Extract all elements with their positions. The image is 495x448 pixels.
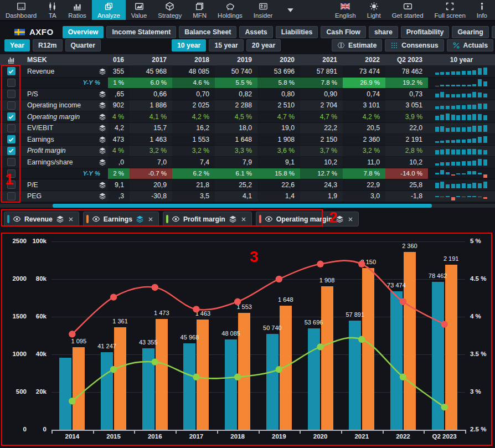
spark-bar xyxy=(478,68,482,75)
tab-balance-sheet[interactable]: Balance Sheet xyxy=(179,26,236,38)
nav-item-label: Dashboard xyxy=(6,12,37,19)
control-actuals-button[interactable]: Actuals xyxy=(447,39,493,52)
earnings-bar-label: 1 553 xyxy=(225,303,264,310)
eye-icon[interactable] xyxy=(265,215,273,223)
revenue-bar-label: 78 462 xyxy=(419,272,457,279)
left-axis2-tick: 0 xyxy=(24,426,47,432)
row-checkbox[interactable] xyxy=(7,67,16,75)
eye-icon[interactable] xyxy=(13,215,21,223)
sparkline-cell xyxy=(428,179,495,190)
cell-value: 2 191 xyxy=(406,136,423,143)
value-cell: 0,74 xyxy=(343,89,385,100)
chip-close-icon[interactable] xyxy=(240,216,247,223)
right-axis-tick: 3 % xyxy=(470,388,495,395)
nav-item-analyze[interactable]: Analyze xyxy=(92,0,126,20)
nav-item-strategy[interactable]: Strategy xyxy=(152,0,187,20)
eye-icon[interactable] xyxy=(92,215,100,223)
row-checkbox[interactable] xyxy=(7,158,16,166)
row-checkbox[interactable] xyxy=(7,124,16,132)
spark-bar xyxy=(462,197,466,197)
nav-item-dashboard[interactable]: Dashboard xyxy=(0,0,42,20)
chip-close-icon[interactable] xyxy=(347,216,354,223)
tab-share[interactable]: share xyxy=(369,26,398,38)
nav-item-mfn[interactable]: MFN xyxy=(187,0,212,20)
value-cell: 20,9 xyxy=(130,179,172,190)
quarter-button[interactable]: Quarter xyxy=(65,39,101,52)
value-cell: 2 % xyxy=(108,168,130,179)
spark-bar xyxy=(456,162,460,166)
cell-value: 1 648 xyxy=(235,136,252,143)
eye-icon[interactable] xyxy=(172,215,180,223)
tab-valuation-pe[interactable]: Valuation - PE xyxy=(492,26,495,38)
nav-item-language[interactable]: English xyxy=(329,0,362,20)
r12m-button[interactable]: R12m xyxy=(33,39,63,52)
yoy-value: 6.0 % xyxy=(151,79,167,86)
cell-value: 20,5 xyxy=(367,124,380,132)
row-checkbox[interactable] xyxy=(7,147,16,155)
top-navbar: DashboardTARatiosAnalyzeValueStrategyMFN… xyxy=(0,0,495,21)
spark-bar xyxy=(472,126,476,132)
yoy-value: 4.6 % xyxy=(193,79,209,86)
series-chip-operating-margin[interactable]: Operating margin xyxy=(256,212,359,226)
row-checkbox[interactable] xyxy=(7,79,16,87)
value-cell: 50 740 xyxy=(215,66,257,77)
row-checkbox[interactable] xyxy=(7,101,16,110)
chip-color-bar xyxy=(7,215,9,223)
tab-profitability[interactable]: Profitability xyxy=(401,26,450,38)
15-year-button[interactable]: 15 year xyxy=(209,39,243,52)
cell-value: ,0 xyxy=(118,158,124,166)
cell-value: 0,74 xyxy=(367,90,380,98)
tab-assets[interactable]: Assets xyxy=(239,26,272,38)
nav-item-insider[interactable]: Insider xyxy=(248,0,279,20)
chart-series-chips: RevenueEarningsProfit marginOperating ma… xyxy=(4,212,359,226)
table-corner-cell xyxy=(0,54,22,65)
nav-item-info[interactable]: Info xyxy=(471,0,493,20)
chip-close-icon[interactable] xyxy=(147,216,154,223)
cell-value: 0,90 xyxy=(324,90,337,98)
cell-value: 7,9 xyxy=(243,158,252,166)
control-consensus-button[interactable]: Consensus xyxy=(385,39,444,52)
spark-bar xyxy=(435,106,439,109)
tab-gearing[interactable]: Gearing xyxy=(452,26,488,38)
20-year-button[interactable]: 20 year xyxy=(246,39,281,52)
spark-bar xyxy=(483,159,487,166)
nav-item-value[interactable]: Value xyxy=(126,0,153,20)
tab-overview[interactable]: Overview xyxy=(63,26,104,38)
nav-item-get-started[interactable]: Get started xyxy=(386,0,429,20)
10-year-button[interactable]: 10 year xyxy=(172,39,206,52)
row-checkbox[interactable] xyxy=(7,181,16,189)
tab-income-statement[interactable]: Income Statement xyxy=(106,26,176,38)
cell-value: 3,6 % xyxy=(277,147,295,155)
layers-icon xyxy=(99,181,106,189)
button-label: 15 year xyxy=(214,42,238,49)
nav-item-theme[interactable]: Light xyxy=(362,0,386,20)
earnings-bar xyxy=(404,252,416,430)
series-chip-profit-margin[interactable]: Profit margin xyxy=(163,212,252,226)
year-button[interactable]: Year xyxy=(4,39,30,52)
control-estimate-button[interactable]: Estimate xyxy=(332,39,382,52)
row-checkbox[interactable] xyxy=(7,169,16,178)
nav-item-holdings[interactable]: Holdings xyxy=(212,0,248,20)
row-checkbox[interactable] xyxy=(7,112,16,121)
nav-item-ta[interactable]: TA xyxy=(42,0,63,20)
scrollbar-thumb[interactable] xyxy=(53,204,432,208)
x-axis-tick xyxy=(300,430,301,434)
row-checkbox[interactable] xyxy=(7,135,16,143)
cell-value: 50 740 xyxy=(231,68,252,75)
nav-item-more[interactable] xyxy=(278,0,303,20)
row-name: Revenue xyxy=(27,68,99,75)
series-chip-earnings[interactable]: Earnings xyxy=(83,212,159,226)
row-checkbox[interactable] xyxy=(7,192,16,200)
nav-item-fullscreen[interactable]: Full screen xyxy=(429,0,471,20)
row-checkbox[interactable] xyxy=(7,90,16,98)
value-cell: 22,9 xyxy=(343,179,385,190)
tab-liabilities[interactable]: Liabilities xyxy=(276,26,318,38)
series-chip-revenue[interactable]: Revenue xyxy=(4,212,79,226)
chip-close-icon[interactable] xyxy=(68,216,74,223)
spark-bar xyxy=(435,196,439,197)
tab-cash-flow[interactable]: Cash Flow xyxy=(321,26,366,38)
nav-item-ratios[interactable]: Ratios xyxy=(63,0,92,20)
value-cell: 3,9 % xyxy=(385,111,428,122)
value-cell: 12.7 % xyxy=(300,168,343,179)
spark-bar xyxy=(462,94,466,97)
